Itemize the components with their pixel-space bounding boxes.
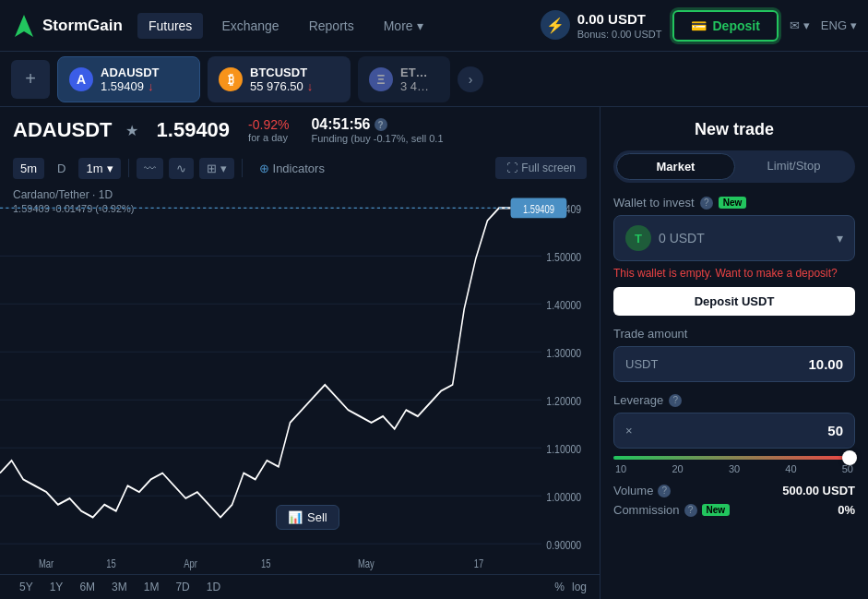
slider-track	[613, 456, 855, 460]
wallet-icon: 💳	[691, 18, 707, 33]
chart-bar-tool[interactable]: ⊞ ▾	[199, 158, 234, 179]
favorite-star-icon[interactable]: ★	[125, 122, 138, 139]
add-ticker-button[interactable]: +	[11, 60, 50, 99]
chevron-down-icon: ▾	[850, 18, 857, 32]
ticker-item-btc[interactable]: ₿ BTCUSDT 55 976.50 ↓	[208, 56, 351, 102]
svg-text:May: May	[358, 557, 375, 569]
range-pct[interactable]: %	[554, 581, 565, 593]
svg-text:0.90000: 0.90000	[546, 537, 581, 552]
range-5y[interactable]: 5Y	[13, 579, 40, 595]
wave-icon: ∿	[176, 162, 186, 175]
wallet-label: Wallet to invest ? New	[613, 196, 855, 210]
trade-value: 10.00	[808, 356, 843, 372]
leverage-x: ×	[625, 424, 827, 437]
timeframe-d[interactable]: D	[50, 158, 73, 179]
fullscreen-icon: ⛶	[506, 162, 517, 174]
eth-price: 3 4…	[400, 79, 429, 93]
language-selector[interactable]: ENG ▾	[821, 18, 857, 32]
svg-text:1.50000: 1.50000	[546, 249, 581, 264]
chevron-down-icon: ▾	[803, 18, 810, 32]
btc-ticker-info: BTCUSDT 55 976.50 ↓	[250, 66, 313, 93]
chevron-down-icon: ▾	[837, 231, 843, 246]
wallet-info-icon[interactable]: ?	[700, 197, 713, 210]
volume-row: Volume ? 500.00 USDT	[613, 484, 855, 497]
timeframe-5m[interactable]: 5m	[13, 158, 44, 179]
right-panel: New trade Market Limit/Stop Wallet to in…	[600, 107, 868, 599]
funding-info-icon[interactable]: ?	[375, 118, 387, 131]
trade-currency: USDT	[625, 357, 808, 371]
ticker-next-button[interactable]: ›	[458, 66, 483, 92]
volume-value: 500.00 USDT	[782, 484, 855, 497]
ticker-item-eth[interactable]: Ξ ET… 3 4…	[358, 56, 450, 102]
range-7d[interactable]: 7D	[169, 579, 196, 595]
leverage-slider-container: 10 20 30 40 50	[613, 456, 855, 474]
chevron-down-icon: ▾	[220, 162, 227, 175]
btc-coin-icon: ₿	[219, 67, 243, 91]
usdt-token-icon: T	[625, 225, 651, 251]
chart-header: ADAUSDT ★ 1.59409 -0.92% for a day 04:51…	[0, 107, 600, 153]
bar-chart-icon: ⊞	[207, 162, 217, 175]
leverage-info-icon[interactable]: ?	[669, 394, 682, 407]
btc-price: 55 976.50 ↓	[250, 79, 313, 93]
range-1y[interactable]: 1Y	[43, 579, 70, 595]
commission-label: Commission ? New	[613, 503, 730, 517]
svg-text:17: 17	[474, 557, 483, 569]
eth-ticker-info: ET… 3 4…	[400, 66, 429, 93]
price-change-section: -0.92% for a day	[248, 117, 289, 143]
chart-price: 1.59409	[157, 118, 231, 142]
nav-more[interactable]: More ▾	[373, 13, 434, 39]
volume-label: Volume ?	[613, 484, 671, 497]
main-area: ADAUSDT ★ 1.59409 -0.92% for a day 04:51…	[0, 107, 868, 599]
volume-info-icon[interactable]: ?	[658, 485, 671, 497]
price-change-pct: -0.92%	[248, 117, 289, 132]
timeframe-dropdown[interactable]: 1m ▾	[78, 158, 120, 179]
range-right: % log	[554, 581, 587, 593]
nav-futures[interactable]: Futures	[137, 13, 203, 39]
commission-value: 0%	[838, 503, 855, 517]
nav-reports[interactable]: Reports	[298, 13, 365, 39]
logo-text: StormGain	[42, 17, 123, 35]
mail-section[interactable]: ✉ ▾	[790, 18, 810, 32]
sell-tooltip[interactable]: 📊 Sell	[276, 505, 339, 530]
tab-market[interactable]: Market	[616, 153, 735, 180]
trade-type-tabs: Market Limit/Stop	[613, 150, 855, 183]
svg-text:1.40000: 1.40000	[546, 297, 581, 312]
indicators-icon: ⊕	[259, 162, 269, 175]
slider-thumb[interactable]	[842, 450, 857, 465]
range-3m[interactable]: 3M	[105, 579, 134, 595]
line-chart-icon: 〰	[144, 162, 156, 175]
wallet-balance: 0 USDT	[659, 231, 829, 246]
chart-wave-tool[interactable]: ∿	[169, 158, 194, 179]
chart-line-tool[interactable]: 〰	[137, 158, 163, 179]
fullscreen-button[interactable]: ⛶ Full screen	[495, 157, 587, 179]
leverage-input[interactable]: × 50	[613, 413, 855, 449]
divider2	[242, 159, 243, 177]
tab-limit-stop[interactable]: Limit/Stop	[735, 153, 852, 180]
ticker-item-ada[interactable]: A ADAUSDT 1.59409 ↓	[57, 56, 200, 102]
bar-icon: 📊	[288, 510, 303, 524]
range-1m[interactable]: 1M	[137, 579, 166, 595]
nav-exchange[interactable]: Exchange	[210, 13, 290, 39]
svg-text:1.00000: 1.00000	[546, 489, 581, 504]
indicators-button[interactable]: ⊕ Indicators	[250, 158, 334, 179]
svg-text:1.10000: 1.10000	[546, 441, 581, 456]
trade-amount-input[interactable]: USDT 10.00	[613, 346, 855, 382]
range-6m[interactable]: 6M	[73, 579, 101, 595]
deposit-button[interactable]: 💳 Deposit	[672, 10, 778, 42]
svg-text:Apr: Apr	[184, 557, 197, 569]
range-log[interactable]: log	[572, 581, 587, 593]
deposit-usdt-button[interactable]: Deposit USDT	[613, 287, 855, 316]
funding-text: Funding (buy -0.17%, sell 0.1	[311, 133, 443, 144]
svg-text:15: 15	[261, 557, 270, 569]
wallet-dropdown[interactable]: T 0 USDT ▾	[613, 215, 855, 261]
thunder-icon: ⚡	[541, 10, 570, 40]
time-range-bar: 5Y 1Y 6M 3M 1M 7D 1D % log	[0, 574, 600, 599]
range-1d[interactable]: 1D	[200, 579, 227, 595]
wallet-new-badge: New	[719, 197, 747, 209]
commission-info-icon[interactable]: ?	[684, 504, 697, 517]
logo: StormGain	[11, 13, 123, 39]
balance-amount: 0.00 USDT	[577, 10, 662, 29]
ada-price: 1.59409 ↓	[101, 79, 160, 93]
funding-time: 04:51:56 ?	[311, 116, 443, 133]
funding-section: 04:51:56 ? Funding (buy -0.17%, sell 0.1	[311, 116, 443, 144]
